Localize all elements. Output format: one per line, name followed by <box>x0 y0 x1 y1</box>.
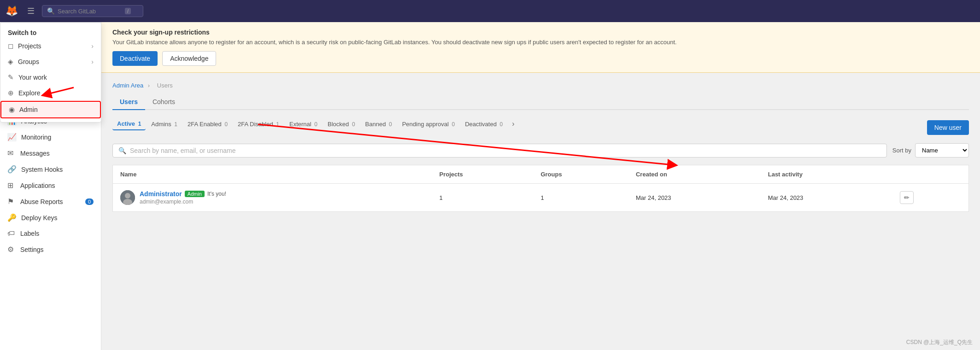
table-row: Administrator Admin It's you! admin@exam… <box>113 184 969 212</box>
explore-icon: ⊕ <box>8 89 14 97</box>
alert-title: Check your sign-up restrictions <box>112 29 969 36</box>
col-header-actions <box>892 165 968 184</box>
filter-more-btn[interactable]: › <box>508 117 518 130</box>
deactivate-button[interactable]: Deactivate <box>112 51 158 66</box>
search-icon-2: 🔍 <box>118 147 126 154</box>
alert-actions: Deactivate Acknowledge <box>112 51 969 66</box>
search-input[interactable] <box>58 8 122 15</box>
its-you-label: It's you! <box>207 191 226 197</box>
search-icon: 🔍 <box>47 7 55 15</box>
user-last-activity: Mar 24, 2023 <box>761 184 893 212</box>
sidebar-item-deploy-keys[interactable]: 🔑 Deploy Keys <box>0 210 101 221</box>
top-navigation: 🦊 ☰ 🔍 / <box>0 0 980 22</box>
sidebar-label-applications: Applications <box>20 182 55 189</box>
filter-count-deactivated: 0 <box>500 121 503 128</box>
tab-users[interactable]: Users <box>112 94 145 110</box>
avatar <box>120 190 135 205</box>
sidebar-label-abuse-reports: Abuse Reports <box>20 198 63 205</box>
filter-tab-2fa-disabled[interactable]: 2FA Disabled 1 <box>233 118 284 130</box>
your-work-icon: ✎ <box>8 73 14 82</box>
applications-icon: ⊞ <box>7 181 16 190</box>
breadcrumb-current: Users <box>157 82 173 89</box>
search-bar[interactable]: 🔍 / <box>42 5 143 17</box>
user-search-input[interactable] <box>130 147 881 154</box>
sidebar-label-monitoring: Monitoring <box>21 134 51 141</box>
system-hooks-icon: 🔗 <box>7 165 17 174</box>
filter-label-blocked: Blocked <box>328 121 349 128</box>
main-content: Check your sign-up restrictions Your Git… <box>101 22 980 221</box>
dropdown-item-your-work[interactable]: ✎ Your work <box>0 70 101 85</box>
messages-icon: ✉ <box>7 149 16 158</box>
filter-label-2fa-disabled: 2FA Disabled <box>238 121 273 128</box>
sidebar-item-messages[interactable]: ✉ Messages <box>0 145 101 161</box>
breadcrumb-admin-link[interactable]: Admin Area <box>112 82 143 89</box>
filter-tab-2fa-enabled[interactable]: 2FA Enabled 0 <box>183 118 232 130</box>
user-created: Mar 24, 2023 <box>628 184 761 212</box>
filter-tab-active[interactable]: Active 1 <box>112 118 146 130</box>
filter-tab-external[interactable]: External 0 <box>285 118 322 130</box>
filter-count-2fa-enabled: 0 <box>224 121 228 128</box>
sort-select[interactable]: Name Date created Last activity <box>915 143 969 158</box>
filter-label-active: Active <box>117 120 135 127</box>
chevron-right-icon: › <box>91 42 94 50</box>
col-header-last-activity: Last activity <box>761 165 893 184</box>
col-header-created: Created on <box>628 165 761 184</box>
filter-label-external: External <box>289 121 311 128</box>
deploy-keys-icon: 🔑 <box>7 213 17 221</box>
filter-count-admins: 1 <box>174 121 177 128</box>
sidebar-label-system-hooks: System Hooks <box>21 166 63 173</box>
dropdown-label-admin: Admin <box>19 106 38 113</box>
sidebar-item-abuse-reports[interactable]: ⚑ Abuse Reports 0 <box>0 193 101 210</box>
filter-tab-deactivated[interactable]: Deactivated 0 <box>460 118 507 130</box>
monitoring-icon: 📈 <box>7 133 17 141</box>
admin-tag: Admin <box>185 191 205 197</box>
chevron-right-icon-2: › <box>91 58 94 65</box>
sidebar-item-system-hooks[interactable]: 🔗 System Hooks <box>0 161 101 177</box>
user-email: admin@example.com <box>140 198 226 205</box>
col-header-name: Name <box>113 165 432 184</box>
gitlab-logo[interactable]: 🦊 <box>6 5 18 17</box>
breadcrumb-separator: › <box>148 82 150 89</box>
avatar-image <box>120 190 135 205</box>
alert-banner: Check your sign-up restrictions Your Git… <box>101 22 980 73</box>
col-header-groups: Groups <box>533 165 628 184</box>
tab-cohorts[interactable]: Cohorts <box>145 94 182 110</box>
sidebar-label-deploy-keys: Deploy Keys <box>21 214 58 222</box>
dropdown-item-explore[interactable]: ⊕ Explore <box>0 85 101 101</box>
dropdown-item-projects[interactable]: ◻ Projects › <box>0 38 101 54</box>
new-user-button[interactable]: New user <box>927 120 969 135</box>
dropdown-item-admin[interactable]: ◉ Admin <box>0 101 101 118</box>
filter-tab-blocked[interactable]: Blocked 0 <box>323 118 360 130</box>
filter-label-2fa-enabled: 2FA Enabled <box>188 121 222 128</box>
breadcrumb: Admin Area › Users <box>112 82 969 89</box>
groups-icon: ◈ <box>8 58 13 66</box>
edit-user-button[interactable]: ✏ <box>900 191 914 204</box>
user-name-block: Administrator Admin It's you! admin@exam… <box>140 190 226 205</box>
filter-count-2fa-disabled: 1 <box>276 121 279 128</box>
users-table: Name Projects Groups Created on Last act… <box>112 165 969 212</box>
user-search-box[interactable]: 🔍 <box>112 144 887 158</box>
filter-tab-pending[interactable]: Pending approval 0 <box>398 118 460 130</box>
sidebar-item-applications[interactable]: ⊞ Applications <box>0 177 101 193</box>
filter-tab-admins[interactable]: Admins 1 <box>147 118 182 130</box>
page-tabs: Users Cohorts <box>112 94 969 110</box>
filter-count-pending: 0 <box>452 121 455 128</box>
user-groups: 1 <box>533 184 628 212</box>
dropdown-label-explore: Explore <box>18 89 40 97</box>
user-name-link[interactable]: Administrator <box>140 190 182 198</box>
sidebar-item-monitoring[interactable]: 📈 Monitoring <box>0 129 101 145</box>
abuse-reports-badge: 0 <box>85 198 94 205</box>
filter-tab-banned[interactable]: Banned 0 <box>361 118 397 130</box>
user-name-row: Administrator Admin It's you! <box>140 190 226 198</box>
hamburger-menu[interactable]: ☰ <box>24 3 37 19</box>
search-sort-bar: 🔍 Sort by Name Date created Last activit… <box>112 143 969 158</box>
filter-count-external: 0 <box>314 121 317 128</box>
dropdown-label-projects: Projects <box>18 42 41 50</box>
dropdown-label-your-work: Your work <box>18 74 47 81</box>
sidebar-label-messages: Messages <box>20 150 50 157</box>
filter-label-admins: Admins <box>151 121 171 128</box>
dropdown-item-groups[interactable]: ◈ Groups › <box>0 54 101 70</box>
alert-body: Your GitLab instance allows anyone to re… <box>112 39 969 46</box>
user-projects: 1 <box>432 184 533 212</box>
acknowledge-button[interactable]: Acknowledge <box>162 51 216 66</box>
